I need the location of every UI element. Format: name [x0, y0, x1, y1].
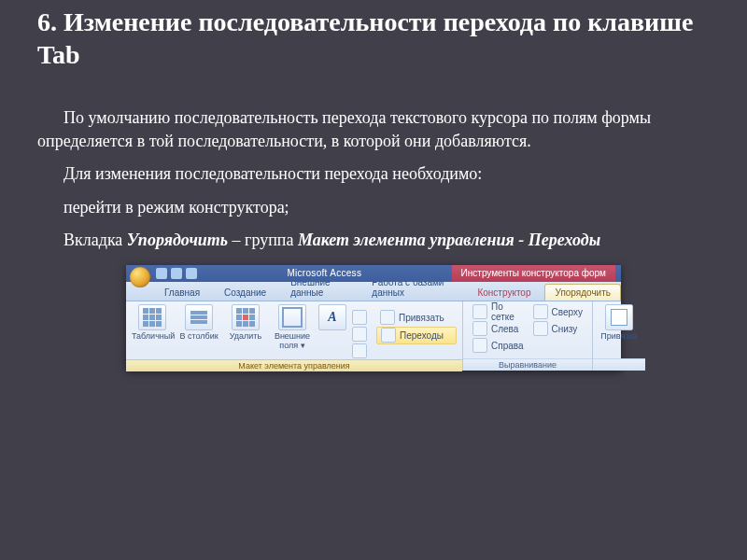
misc-icon: [352, 343, 367, 358]
font-icon: A: [318, 304, 346, 330]
anchor-icon: [352, 310, 367, 325]
btn-remove[interactable]: Удалить: [225, 304, 266, 342]
group-alignment: По сетке Слева Справа Сверху Снизу Вырав…: [463, 301, 593, 371]
btn-tab-order[interactable]: Переходы: [376, 327, 457, 344]
paragraph-1: По умолчанию последовательность перехода…: [37, 106, 710, 153]
btn-anchoring[interactable]: Привязка: [599, 304, 640, 342]
tab-design[interactable]: Конструктор: [467, 284, 541, 301]
btn-anchor[interactable]: Привязать: [376, 310, 457, 326]
align-top-icon: [533, 304, 548, 319]
align-left-icon: [472, 321, 487, 336]
qat-save-icon[interactable]: [156, 268, 167, 279]
align-right-icon: [472, 338, 487, 353]
qat-redo-icon[interactable]: [186, 268, 197, 279]
titlebar: Microsoft Access Инструменты конструктор…: [126, 265, 621, 282]
ribbon-tabs: Главная Создание Внешние данные Работа с…: [126, 282, 621, 301]
group-label-anchor: [593, 358, 645, 371]
group-label-align: Выравнивание: [463, 358, 592, 371]
office-button[interactable]: [130, 267, 150, 287]
btn-align-right[interactable]: Справа: [469, 338, 528, 354]
btn-align-left[interactable]: Слева: [469, 321, 528, 337]
tab-order-icon: [381, 328, 396, 343]
group-anchoring: Привязка: [593, 301, 645, 371]
anchor-icon: [380, 310, 395, 325]
tab-home[interactable]: Главная: [154, 284, 210, 301]
tab-order-small-icon: [352, 327, 367, 342]
align-bottom-icon: [533, 321, 548, 336]
btn-misc-small[interactable]: [348, 343, 371, 359]
context-tab-title: Инструменты конструктора форм: [452, 265, 615, 282]
slide-body: По умолчанию последовательность перехода…: [37, 106, 710, 252]
btn-align-top[interactable]: Сверху: [529, 304, 586, 320]
quick-access-toolbar[interactable]: [156, 268, 197, 279]
btn-margins[interactable]: Внешние поля ▾: [272, 304, 313, 351]
slide-title: 6. Изменение последовательности перехода…: [37, 6, 710, 71]
remove-layout-icon: [232, 304, 260, 330]
paragraph-4: Вкладка Упорядочить – группа Макет элеме…: [37, 229, 710, 252]
tab-arrange[interactable]: Упорядочить: [544, 284, 621, 301]
anchoring-icon: [605, 304, 633, 330]
align-grid-icon: [472, 304, 487, 319]
btn-font-style[interactable]: A: [318, 304, 343, 332]
group-control-layout: Табличный В столбик Удалить Внешние: [126, 301, 463, 371]
btn-align-bottom[interactable]: Снизу: [529, 321, 586, 337]
app-title: Microsoft Access: [197, 268, 452, 278]
paragraph-2: Для изменения последовательности переход…: [37, 162, 710, 186]
margins-icon: [278, 304, 306, 330]
grid-icon: [138, 304, 166, 330]
btn-tabular[interactable]: Табличный: [132, 304, 173, 342]
btn-anchor-small[interactable]: [348, 310, 371, 326]
paragraph-3: перейти в режим конструктора;: [37, 196, 710, 219]
btn-stacked[interactable]: В столбик: [178, 304, 219, 342]
ribbon-screenshot: Microsoft Access Инструменты конструктор…: [126, 265, 621, 371]
qat-undo-icon[interactable]: [171, 268, 182, 279]
ribbon-strip: Табличный В столбик Удалить Внешние: [126, 301, 621, 371]
stacked-icon: [185, 304, 213, 330]
tab-create[interactable]: Создание: [214, 284, 276, 301]
btn-align-grid[interactable]: По сетке: [469, 304, 528, 320]
btn-tab-order-small[interactable]: [348, 327, 371, 343]
group-label-layout: Макет элемента управления: [126, 359, 462, 371]
